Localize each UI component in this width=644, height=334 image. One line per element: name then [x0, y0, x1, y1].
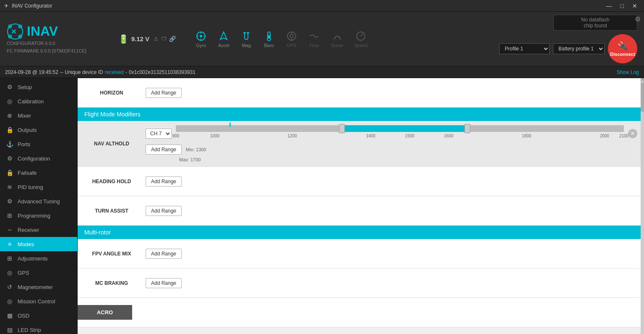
turn-assist-controls: Add Range: [146, 206, 182, 216]
nav-althold-remove-button[interactable]: ×: [628, 129, 637, 138]
warning-icons: ⚠ 🛡 🔗: [154, 36, 176, 42]
sidebar-item-gps[interactable]: ◎ GPS: [0, 266, 77, 280]
track-blue-fill: [342, 125, 467, 132]
sensor-sonar[interactable]: Sonar: [327, 29, 347, 50]
outputs-icon: 🔒: [6, 126, 13, 133]
sidebar-label-calibration: Calibration: [18, 98, 44, 105]
battery-voltage: 9.12 V: [131, 35, 149, 42]
minimize-button[interactable]: —: [604, 3, 615, 9]
disconnect-button[interactable]: 🔌 Disconnect: [608, 34, 637, 63]
sensor-gps[interactable]: GPS: [282, 29, 302, 50]
battery-profile-select[interactable]: Battery profile 1: [553, 43, 605, 54]
svg-point-2: [8, 24, 12, 29]
sidebar-item-led-strip[interactable]: ▤ LED Strip: [0, 323, 77, 334]
configuration-icon: ⚙: [6, 155, 13, 162]
received-label: received: [105, 69, 124, 75]
horizon-controls: Add Range: [146, 88, 182, 98]
scale-labels: 900 1000 1200 1400 1500 1600 1800 2000 2…: [176, 134, 624, 142]
sidebar-item-modes[interactable]: ≡ Modes: [0, 237, 77, 251]
sidebar-item-mixer[interactable]: ⊕ Mixer: [0, 108, 77, 123]
scale-1400: 1400: [366, 134, 375, 138]
battery-area: 🔋 9.12 V ⚠ 🛡 🔗: [118, 34, 176, 44]
sensor-speed[interactable]: Speed: [350, 29, 372, 50]
nav-althold-add-range-button[interactable]: Add Range: [146, 145, 182, 155]
scale-1200: 1200: [288, 134, 297, 138]
mixer-icon: ⊕: [6, 112, 13, 119]
nav-althold-top-row: CH 7: [146, 125, 637, 142]
sensor-accel[interactable]: Accel: [214, 29, 234, 50]
heading-hold-add-range-button[interactable]: Add Range: [146, 176, 182, 187]
logo-area: ✕ INAV CONFIGURATOR 6.0.0 FC FIRMWARE 6.…: [7, 23, 86, 55]
slider-left-handle[interactable]: [339, 124, 345, 133]
mag-label: Mag: [242, 43, 250, 48]
sonar-icon: [331, 30, 343, 42]
svg-point-3: [18, 24, 22, 29]
sidebar-item-receiver[interactable]: ↔ Receiver: [0, 223, 77, 237]
sidebar-label-led-strip: LED Strip: [18, 327, 41, 333]
sidebar-item-osd[interactable]: ▦ OSD: [0, 308, 77, 323]
programming-icon: ⊞: [6, 212, 13, 219]
sensor-gyro[interactable]: Gyro: [191, 29, 211, 50]
sensor-flow[interactable]: Flow: [304, 29, 324, 50]
sidebar-item-calibration[interactable]: ◎ Calibration: [0, 94, 77, 108]
calibration-icon: ◎: [6, 98, 13, 105]
sidebar-label-mission-control: Mission Control: [18, 298, 55, 305]
disconnect-icon: 🔌: [618, 41, 628, 51]
disconnect-label: Disconnect: [610, 52, 635, 57]
sidebar-item-magnetometer[interactable]: ↺ Magnetometer: [0, 280, 77, 294]
profile-row: Profile 1 Battery profile 1 🔌 Disconnect: [499, 34, 637, 63]
maximize-button[interactable]: □: [618, 3, 626, 9]
sidebar-label-advanced-tuning: Advanced Tuning: [18, 198, 60, 205]
nav-althold-channel-select[interactable]: CH 7: [146, 129, 172, 139]
slider-right-handle[interactable]: [464, 124, 470, 133]
mc-braking-add-range-button[interactable]: Add Range: [146, 278, 182, 288]
sidebar-label-magnetometer: Magnetometer: [18, 284, 53, 290]
scroll-up-arrow[interactable]: ▲: [641, 78, 644, 83]
gps-label: GPS: [287, 43, 296, 48]
scale-1000: 1000: [210, 134, 219, 138]
sonar-label: Sonar: [331, 43, 343, 48]
scrollbar-track[interactable]: ▲ ▼: [641, 78, 644, 334]
sensor-mag[interactable]: Mag: [236, 29, 256, 50]
gyro-icon: [195, 30, 207, 42]
mode-row-fpv-angle-mix: FPV ANGLE MIX Add Range: [78, 239, 644, 268]
led-strip-icon: ▤: [6, 326, 13, 333]
horizon-add-range-button[interactable]: Add Range: [146, 88, 182, 98]
sidebar-item-configuration[interactable]: ⚙ Configuration: [0, 151, 77, 166]
sidebar-item-programming[interactable]: ⊞ Programming: [0, 208, 77, 223]
baro-icon: [263, 30, 275, 42]
scale-2000: 2000: [600, 134, 609, 138]
sensor-baro[interactable]: Baro: [259, 29, 279, 50]
sidebar-item-failsafe[interactable]: 🔒 Failsafe: [0, 166, 77, 180]
sidebar-item-outputs[interactable]: 🔒 Outputs: [0, 123, 77, 137]
sidebar-label-failsafe: Failsafe: [18, 170, 37, 176]
settings-area: ⚙: [635, 15, 641, 23]
sidebar-item-pid-tuning[interactable]: ≋ PID tuning: [0, 180, 77, 194]
status-dash: -: [125, 69, 127, 75]
adjustments-icon: ⊞: [6, 255, 13, 262]
turn-assist-add-range-button[interactable]: Add Range: [146, 206, 182, 216]
accel-label: Accel: [218, 43, 229, 48]
profile-select[interactable]: Profile 1: [499, 43, 550, 54]
fpv-angle-mix-label: FPV ANGLE MIX: [84, 251, 139, 257]
warning-icon: ⚠: [154, 36, 159, 42]
svg-point-14: [290, 34, 293, 38]
fpv-angle-mix-add-range-button[interactable]: Add Range: [146, 249, 182, 259]
magnetometer-icon: ↺: [6, 284, 13, 290]
sidebar-item-setup[interactable]: ⚙ Setup: [0, 80, 77, 94]
close-button[interactable]: ✕: [630, 3, 640, 9]
sidebar-label-outputs: Outputs: [18, 127, 37, 133]
svg-point-7: [200, 35, 202, 37]
sidebar-label-setup: Setup: [18, 84, 32, 90]
show-log-button[interactable]: Show Log: [617, 69, 639, 75]
sidebar-label-modes: Modes: [18, 241, 34, 247]
sidebar-item-mission-control[interactable]: ◎ Mission Control: [0, 294, 77, 308]
sidebar-item-adjustments[interactable]: ⊞ Adjustments: [0, 251, 77, 266]
nav-althold-slider-container[interactable]: 900 1000 1200 1400 1500 1600 1800 2000 2…: [176, 125, 624, 142]
sidebar: ⚙ Setup ◎ Calibration ⊕ Mixer 🔒 Outputs …: [0, 78, 78, 334]
scroll-down-arrow[interactable]: ▼: [641, 329, 644, 334]
receiver-icon: ↔: [6, 226, 13, 233]
nav-althold-inner: NAV ALTHOLD CH 7: [84, 125, 637, 162]
sidebar-item-ports[interactable]: ⚓ Ports: [0, 137, 77, 151]
sidebar-item-advanced-tuning[interactable]: ⚙ Advanced Tuning: [0, 194, 77, 208]
